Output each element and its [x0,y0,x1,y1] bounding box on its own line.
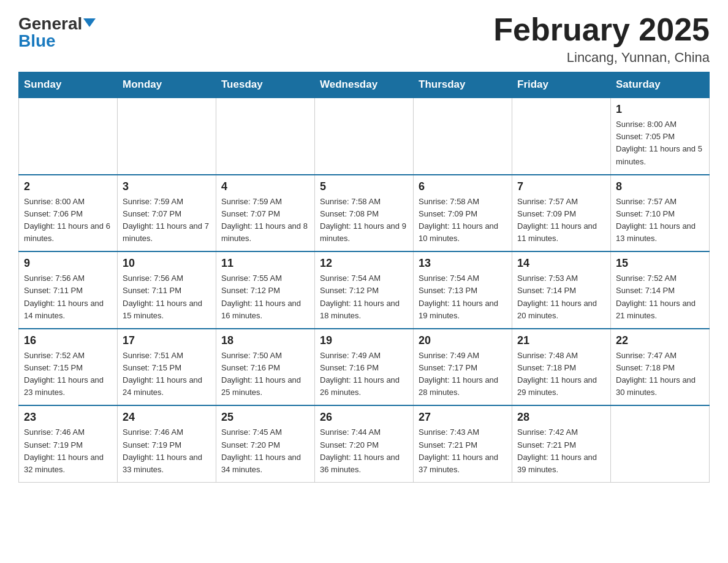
calendar-week-row: 23Sunrise: 7:46 AM Sunset: 7:19 PM Dayli… [19,405,710,482]
calendar-cell: 25Sunrise: 7:45 AM Sunset: 7:20 PM Dayli… [216,405,315,482]
calendar-week-row: 2Sunrise: 8:00 AM Sunset: 7:06 PM Daylig… [19,175,710,252]
day-of-week-header: Wednesday [315,72,414,98]
calendar-week-row: 1Sunrise: 8:00 AM Sunset: 7:05 PM Daylig… [19,98,710,175]
calendar-cell: 27Sunrise: 7:43 AM Sunset: 7:21 PM Dayli… [414,405,512,482]
day-info: Sunrise: 7:54 AM Sunset: 7:13 PM Dayligh… [419,272,507,322]
day-number: 18 [221,334,309,347]
day-info: Sunrise: 7:59 AM Sunset: 7:07 PM Dayligh… [123,196,211,245]
day-number: 3 [123,180,211,193]
day-number: 21 [517,334,605,347]
day-info: Sunrise: 7:58 AM Sunset: 7:08 PM Dayligh… [320,196,408,245]
calendar-cell: 4Sunrise: 7:59 AM Sunset: 7:07 PM Daylig… [216,175,315,252]
calendar-cell: 23Sunrise: 7:46 AM Sunset: 7:19 PM Dayli… [19,405,118,482]
day-info: Sunrise: 7:44 AM Sunset: 7:20 PM Dayligh… [320,426,408,476]
day-info: Sunrise: 7:48 AM Sunset: 7:18 PM Dayligh… [517,350,605,399]
calendar-cell: 9Sunrise: 7:56 AM Sunset: 7:11 PM Daylig… [19,251,118,329]
calendar-cell: 5Sunrise: 7:58 AM Sunset: 7:08 PM Daylig… [315,175,414,252]
day-info: Sunrise: 7:51 AM Sunset: 7:15 PM Dayligh… [123,350,211,399]
day-of-week-header: Thursday [414,72,512,98]
day-number: 6 [419,180,507,193]
day-number: 27 [419,411,507,424]
day-number: 5 [320,180,408,193]
day-number: 25 [221,411,309,424]
day-info: Sunrise: 7:43 AM Sunset: 7:21 PM Dayligh… [419,426,507,476]
logo-general-text: General [18,15,82,33]
calendar-cell: 7Sunrise: 7:57 AM Sunset: 7:09 PM Daylig… [512,175,611,252]
calendar-cell: 26Sunrise: 7:44 AM Sunset: 7:20 PM Dayli… [315,405,414,482]
day-number: 26 [320,411,408,424]
day-number: 11 [221,257,309,270]
calendar-cell: 15Sunrise: 7:52 AM Sunset: 7:14 PM Dayli… [611,251,710,329]
calendar-cell: 10Sunrise: 7:56 AM Sunset: 7:11 PM Dayli… [118,251,216,329]
day-of-week-header: Tuesday [216,72,315,98]
calendar-cell [19,98,118,175]
calendar-cell: 2Sunrise: 8:00 AM Sunset: 7:06 PM Daylig… [19,175,118,252]
logo: General Blue [18,12,96,50]
calendar-cell [512,98,611,175]
calendar-cell: 1Sunrise: 8:00 AM Sunset: 7:05 PM Daylig… [611,98,710,175]
calendar-week-row: 9Sunrise: 7:56 AM Sunset: 7:11 PM Daylig… [19,251,710,329]
day-number: 14 [517,257,605,270]
day-info: Sunrise: 7:58 AM Sunset: 7:09 PM Dayligh… [419,196,507,245]
day-of-week-header: Saturday [611,72,710,98]
day-info: Sunrise: 7:46 AM Sunset: 7:19 PM Dayligh… [24,426,112,476]
day-info: Sunrise: 7:57 AM Sunset: 7:10 PM Dayligh… [616,196,704,245]
day-info: Sunrise: 7:55 AM Sunset: 7:12 PM Dayligh… [221,272,309,322]
day-of-week-header: Monday [118,72,216,98]
calendar-cell [611,405,710,482]
calendar-week-row: 16Sunrise: 7:52 AM Sunset: 7:15 PM Dayli… [19,329,710,406]
calendar-cell: 13Sunrise: 7:54 AM Sunset: 7:13 PM Dayli… [414,251,512,329]
day-number: 10 [123,257,211,270]
page-header: General Blue February 2025 Lincang, Yunn… [18,12,710,66]
day-info: Sunrise: 7:53 AM Sunset: 7:14 PM Dayligh… [517,272,605,322]
day-number: 28 [517,411,605,424]
day-info: Sunrise: 7:42 AM Sunset: 7:21 PM Dayligh… [517,426,605,476]
day-number: 19 [320,334,408,347]
calendar-cell: 24Sunrise: 7:46 AM Sunset: 7:19 PM Dayli… [118,405,216,482]
calendar-cell: 12Sunrise: 7:54 AM Sunset: 7:12 PM Dayli… [315,251,414,329]
calendar-header-row: SundayMondayTuesdayWednesdayThursdayFrid… [19,72,710,98]
calendar-title: February 2025 [493,12,710,47]
day-info: Sunrise: 7:49 AM Sunset: 7:17 PM Dayligh… [419,350,507,399]
day-info: Sunrise: 7:59 AM Sunset: 7:07 PM Dayligh… [221,196,309,245]
calendar-cell [414,98,512,175]
day-number: 9 [24,257,112,270]
day-number: 2 [24,180,112,193]
day-info: Sunrise: 7:47 AM Sunset: 7:18 PM Dayligh… [616,350,704,399]
day-number: 16 [24,334,112,347]
day-info: Sunrise: 7:52 AM Sunset: 7:15 PM Dayligh… [24,350,112,399]
day-info: Sunrise: 7:49 AM Sunset: 7:16 PM Dayligh… [320,350,408,399]
day-info: Sunrise: 7:45 AM Sunset: 7:20 PM Dayligh… [221,426,309,476]
day-info: Sunrise: 7:52 AM Sunset: 7:14 PM Dayligh… [616,272,704,322]
calendar-cell: 11Sunrise: 7:55 AM Sunset: 7:12 PM Dayli… [216,251,315,329]
logo-blue-text: Blue [18,31,56,50]
day-number: 17 [123,334,211,347]
day-of-week-header: Sunday [19,72,118,98]
calendar-cell [315,98,414,175]
day-number: 22 [616,334,704,347]
day-number: 24 [123,411,211,424]
day-info: Sunrise: 7:56 AM Sunset: 7:11 PM Dayligh… [24,272,112,322]
day-info: Sunrise: 8:00 AM Sunset: 7:05 PM Dayligh… [616,118,704,168]
day-info: Sunrise: 7:54 AM Sunset: 7:12 PM Dayligh… [320,272,408,322]
calendar-cell: 20Sunrise: 7:49 AM Sunset: 7:17 PM Dayli… [414,329,512,406]
day-number: 12 [320,257,408,270]
day-number: 15 [616,257,704,270]
calendar-cell [118,98,216,175]
title-block: February 2025 Lincang, Yunnan, China [493,12,710,66]
day-number: 7 [517,180,605,193]
day-info: Sunrise: 7:46 AM Sunset: 7:19 PM Dayligh… [123,426,211,476]
calendar-cell: 6Sunrise: 7:58 AM Sunset: 7:09 PM Daylig… [414,175,512,252]
day-info: Sunrise: 7:50 AM Sunset: 7:16 PM Dayligh… [221,350,309,399]
calendar-cell: 18Sunrise: 7:50 AM Sunset: 7:16 PM Dayli… [216,329,315,406]
day-number: 13 [419,257,507,270]
day-number: 20 [419,334,507,347]
calendar-cell: 16Sunrise: 7:52 AM Sunset: 7:15 PM Dayli… [19,329,118,406]
calendar-cell: 8Sunrise: 7:57 AM Sunset: 7:10 PM Daylig… [611,175,710,252]
day-number: 8 [616,180,704,193]
calendar-cell: 19Sunrise: 7:49 AM Sunset: 7:16 PM Dayli… [315,329,414,406]
calendar-cell: 22Sunrise: 7:47 AM Sunset: 7:18 PM Dayli… [611,329,710,406]
calendar-location: Lincang, Yunnan, China [493,50,710,66]
day-number: 1 [616,103,704,116]
logo-arrow-icon [83,18,96,27]
